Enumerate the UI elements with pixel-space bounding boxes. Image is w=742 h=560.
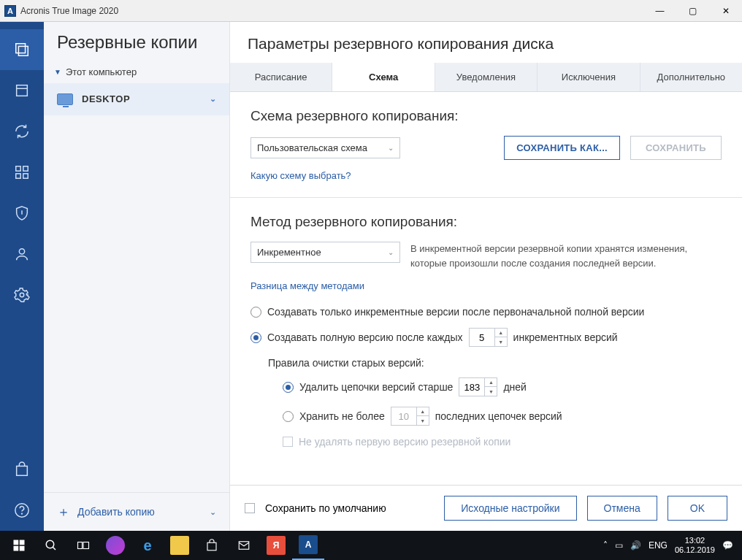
- spinner-up[interactable]: ▲: [485, 378, 497, 387]
- ok-button[interactable]: OK: [668, 496, 727, 521]
- rule-delete-older[interactable]: Удалить цепочки версий старше ▲▼ дней: [283, 377, 722, 396]
- add-backup-button[interactable]: ＋ Добавить копию ⌄: [44, 492, 229, 531]
- svg-rect-21: [207, 542, 216, 551]
- nav-sync[interactable]: [0, 111, 44, 152]
- monitor-icon: [57, 93, 73, 105]
- sidebar: Резервные копии ▼Этот компьютер DESKTOP …: [44, 22, 230, 531]
- svg-rect-20: [83, 542, 89, 549]
- rule-label-suffix: дней: [503, 381, 527, 393]
- scheme-select-value: Пользовательская схема: [257, 142, 367, 153]
- radio-full-after-n[interactable]: Создавать полную версию после каждых ▲▼ …: [250, 328, 722, 347]
- app-icon: A: [4, 5, 16, 17]
- tab-schedule[interactable]: Расписание: [230, 63, 332, 91]
- tree-item-desktop[interactable]: DESKTOP ⌄: [44, 83, 229, 115]
- radio-incremental-only[interactable]: Создавать только инкрементные версии пос…: [250, 306, 722, 318]
- tray-overflow-icon[interactable]: ˄: [603, 540, 608, 551]
- page-title: Параметры резервного копирования диска: [230, 22, 742, 63]
- spinner-down[interactable]: ▼: [485, 387, 497, 396]
- tree-root[interactable]: ▼Этот компьютер: [44, 61, 229, 83]
- save-default-checkbox[interactable]: [245, 503, 255, 513]
- reset-button[interactable]: Исходные настройки: [444, 496, 576, 521]
- tab-notifications[interactable]: Уведомления: [435, 63, 537, 91]
- nav-protection[interactable]: [0, 193, 44, 234]
- rule-keep-last[interactable]: Хранить не более ▲▼ последних цепочек ве…: [283, 407, 722, 426]
- method-diff-link[interactable]: Разница между методами: [250, 280, 722, 291]
- svg-rect-6: [16, 174, 20, 178]
- svg-rect-22: [239, 542, 249, 550]
- svg-rect-1: [18, 46, 28, 55]
- language-indicator[interactable]: ENG: [649, 540, 668, 551]
- older-than-spinner[interactable]: ▲▼: [459, 377, 497, 396]
- volume-icon[interactable]: 🔊: [630, 540, 641, 551]
- chevron-down-icon: ▼: [54, 68, 61, 76]
- minimize-button[interactable]: ―: [643, 0, 676, 22]
- dialog-footer: Сохранить по умолчанию Исходные настройк…: [230, 485, 742, 531]
- tree-item-label: DESKTOP: [82, 93, 130, 104]
- nav-store[interactable]: [0, 449, 44, 490]
- scheme-help-link[interactable]: Какую схему выбрать?: [250, 170, 722, 181]
- spinner-input[interactable]: [391, 407, 416, 425]
- nav-dashboard[interactable]: [0, 152, 44, 193]
- tab-exclusions[interactable]: Исключения: [537, 63, 639, 91]
- taskbar-app-yandex[interactable]: [99, 531, 131, 560]
- svg-rect-5: [23, 166, 28, 171]
- full-after-spinner[interactable]: ▲▼: [469, 328, 508, 347]
- svg-rect-10: [17, 466, 28, 475]
- scheme-select[interactable]: Пользовательская схема⌄: [250, 137, 400, 158]
- spinner-down[interactable]: ▼: [417, 416, 429, 425]
- main-panel: Параметры резервного копирования диска Р…: [230, 22, 742, 531]
- clock-date: 06.12.2019: [675, 545, 715, 555]
- chevron-down-icon: ⌄: [210, 507, 216, 517]
- tab-scheme[interactable]: Схема: [332, 63, 434, 91]
- nav-backup[interactable]: [0, 29, 44, 70]
- action-center-icon[interactable]: 💬: [722, 540, 733, 551]
- radio-label: Создавать полную версию после каждых: [267, 331, 463, 343]
- keep-last-spinner[interactable]: ▲▼: [391, 407, 429, 426]
- keep-first-checkbox: Не удалять первую версию резервной копии: [283, 436, 722, 448]
- chevron-down-icon: ⌄: [388, 144, 394, 152]
- save-as-button[interactable]: СОХРАНИТЬ КАК...: [504, 136, 620, 160]
- svg-rect-7: [23, 174, 28, 178]
- spinner-input[interactable]: [459, 378, 484, 396]
- taskview-button[interactable]: [67, 531, 99, 560]
- taskbar-app-mail[interactable]: [228, 531, 260, 560]
- cleanup-rules-label: Правила очистки старых версий:: [268, 357, 722, 369]
- method-select[interactable]: Инкрементное⌄: [250, 242, 400, 263]
- radio-icon: [250, 307, 261, 318]
- start-button[interactable]: [3, 531, 35, 560]
- search-button[interactable]: [35, 531, 67, 560]
- taskbar-app-acronis[interactable]: A: [292, 531, 324, 560]
- checkbox-label: Не удалять первую версию резервной копии: [299, 436, 510, 448]
- rule-label: Удалить цепочки версий старше: [299, 381, 453, 393]
- radio-icon: [250, 332, 261, 343]
- taskbar-app-explorer[interactable]: [164, 531, 196, 560]
- system-tray[interactable]: ˄ ▭ 🔊 ENG 13:02 06.12.2019 💬: [603, 536, 739, 555]
- clock-time: 13:02: [675, 536, 715, 545]
- svg-point-12: [22, 513, 23, 514]
- nav-archive[interactable]: [0, 70, 44, 111]
- tree-root-label: Этот компьютер: [66, 66, 137, 77]
- taskbar-clock[interactable]: 13:02 06.12.2019: [675, 536, 715, 555]
- spinner-input[interactable]: [470, 329, 494, 346]
- taskbar-app-edge[interactable]: e: [131, 531, 164, 560]
- taskbar-app-store[interactable]: [196, 531, 228, 560]
- nav-settings[interactable]: [0, 275, 44, 315]
- spinner-up[interactable]: ▲: [495, 329, 507, 337]
- taskbar-app-ybrowser[interactable]: Я: [260, 531, 292, 560]
- nav-help[interactable]: [0, 490, 44, 531]
- spinner-down[interactable]: ▼: [495, 337, 507, 346]
- svg-line-18: [53, 547, 56, 550]
- nav-account[interactable]: [0, 234, 44, 275]
- tab-advanced[interactable]: Дополнительно: [640, 63, 742, 91]
- checkbox-icon: [283, 437, 293, 447]
- save-button: СОХРАНИТЬ: [630, 136, 722, 160]
- add-backup-label: Добавить копию: [77, 506, 155, 518]
- maximize-button[interactable]: ▢: [676, 0, 709, 22]
- titlebar: A Acronis True Image 2020 ― ▢ ✕: [0, 0, 742, 22]
- close-button[interactable]: ✕: [709, 0, 742, 22]
- network-icon[interactable]: ▭: [615, 540, 623, 551]
- spinner-up[interactable]: ▲: [417, 407, 429, 416]
- rule-label: Хранить не более: [299, 410, 385, 422]
- cancel-button[interactable]: Отмена: [587, 496, 657, 521]
- tabbar: Расписание Схема Уведомления Исключения …: [230, 63, 742, 92]
